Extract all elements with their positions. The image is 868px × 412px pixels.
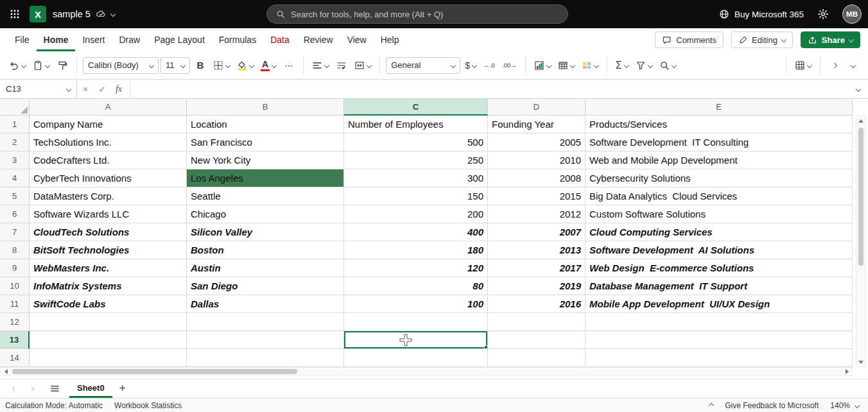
horizontal-scroll-thumb[interactable]	[12, 369, 297, 374]
cell-B6[interactable]: Chicago	[187, 205, 344, 223]
bold-button[interactable]: B	[192, 56, 209, 75]
editing-button[interactable]: Editing	[731, 31, 793, 48]
cell-D10[interactable]: 2019	[488, 277, 586, 295]
column-header-B[interactable]: B	[187, 99, 344, 116]
add-sheet-button[interactable]: +	[112, 379, 133, 398]
merge-cells-button[interactable]	[352, 56, 374, 75]
cell-C9[interactable]: 120	[344, 259, 488, 277]
cell-D9[interactable]: 2017	[488, 259, 586, 277]
cell-D12[interactable]	[488, 313, 586, 331]
ribbon-overflow-button[interactable]	[826, 56, 843, 75]
cell-A4[interactable]: CyberTech Innovations	[30, 169, 187, 187]
currency-button[interactable]: $	[462, 56, 479, 75]
number-format-select[interactable]: General	[386, 57, 460, 74]
menu-help[interactable]: Help	[374, 28, 406, 51]
cell-C12[interactable]	[344, 313, 488, 331]
row-header-10[interactable]: 10	[0, 277, 30, 295]
formula-input[interactable]	[130, 80, 849, 98]
cell-B2[interactable]: San Francisco	[187, 133, 344, 151]
app-launcher-button[interactable]	[0, 0, 30, 28]
comments-button[interactable]: Comments	[655, 31, 724, 48]
cell-D8[interactable]: 2013	[488, 241, 586, 259]
row-header-8[interactable]: 8	[0, 241, 30, 259]
sort-filter-button[interactable]	[633, 56, 655, 75]
all-sheets-button[interactable]	[45, 379, 64, 398]
cell-E13[interactable]	[586, 331, 853, 349]
name-box[interactable]: C13	[0, 80, 77, 98]
format-as-table-button[interactable]	[555, 56, 577, 75]
cell-E7[interactable]: Cloud Computing Services	[586, 223, 853, 241]
menu-file[interactable]: File	[8, 28, 37, 51]
cell-A11[interactable]: SwiftCode Labs	[30, 295, 187, 313]
share-button[interactable]: Share	[801, 31, 860, 48]
menu-insert[interactable]: Insert	[75, 28, 112, 51]
cell-D3[interactable]: 2010	[488, 151, 586, 169]
settings-button[interactable]	[813, 4, 833, 24]
fill-color-button[interactable]	[234, 56, 256, 75]
cell-C14[interactable]	[344, 349, 488, 367]
undo-button[interactable]	[6, 56, 28, 75]
cell-B10[interactable]: San Diego	[187, 277, 344, 295]
cell-E6[interactable]: Custom Software Solutions	[586, 205, 853, 223]
conditional-formatting-button[interactable]	[532, 56, 553, 75]
row-header-5[interactable]: 5	[0, 187, 30, 205]
cell-D2[interactable]: 2005	[488, 133, 586, 151]
row-header-11[interactable]: 11	[0, 295, 30, 313]
font-name-select[interactable]: Calibri (Body)	[83, 57, 159, 74]
cell-D6[interactable]: 2012	[488, 205, 586, 223]
sheet-tab-sheet0[interactable]: Sheet0	[69, 379, 112, 398]
collapse-ribbon-button[interactable]	[845, 56, 862, 75]
cell-E4[interactable]: Cybersecurity Solutions	[586, 169, 853, 187]
row-header-6[interactable]: 6	[0, 205, 30, 223]
menu-page-layout[interactable]: Page Layout	[147, 28, 212, 51]
cell-D11[interactable]: 2016	[488, 295, 586, 313]
cell-E5[interactable]: Big Data Analytics Cloud Services	[586, 187, 853, 205]
cell-E8[interactable]: Software Development AI Solutions	[586, 241, 853, 259]
zoom-level[interactable]: 140%	[830, 401, 850, 410]
cell-C13[interactable]	[344, 331, 488, 349]
insert-function-button[interactable]: fx	[110, 80, 127, 98]
menu-home[interactable]: Home	[37, 28, 76, 51]
horizontal-scroll-track[interactable]	[11, 368, 842, 375]
cell-C7[interactable]: 400	[344, 223, 488, 241]
scroll-left-button[interactable]	[1, 368, 11, 375]
cell-C1[interactable]: Number of Employees	[344, 116, 488, 133]
more-tools-button[interactable]	[792, 56, 814, 75]
excel-logo-icon[interactable]: X	[30, 6, 46, 22]
scroll-down-button[interactable]	[856, 357, 865, 366]
cell-D5[interactable]: 2015	[488, 187, 586, 205]
enter-button[interactable]: ✓	[94, 80, 110, 98]
row-header-2[interactable]: 2	[0, 133, 30, 151]
row-header-13[interactable]: 13	[0, 331, 30, 349]
cell-B11[interactable]: Dallas	[187, 295, 344, 313]
menu-formulas[interactable]: Formulas	[212, 28, 263, 51]
cell-A1[interactable]: Company Name	[30, 116, 187, 133]
cell-E14[interactable]	[586, 349, 853, 367]
cell-C2[interactable]: 500	[344, 133, 488, 151]
cell-D4[interactable]: 2008	[488, 169, 586, 187]
scroll-up-button[interactable]	[856, 116, 865, 125]
alignment-button[interactable]	[309, 56, 331, 75]
cell-E1[interactable]: Products/Services	[586, 116, 853, 133]
decrease-decimal-button[interactable]: ←.0	[481, 56, 498, 75]
cell-D7[interactable]: 2007	[488, 223, 586, 241]
cell-E2[interactable]: Software Development IT Consulting	[586, 133, 853, 151]
calculation-mode[interactable]: Calculation Mode: Automatic	[5, 401, 103, 410]
row-header-3[interactable]: 3	[0, 151, 30, 169]
cell-A12[interactable]	[30, 313, 187, 331]
cell-A9[interactable]: WebMasters Inc.	[30, 259, 187, 277]
menu-view[interactable]: View	[340, 28, 374, 51]
cell-B9[interactable]: Austin	[187, 259, 344, 277]
zoom-control[interactable]: 140%	[830, 401, 859, 410]
row-header-9[interactable]: 9	[0, 259, 30, 277]
column-header-E[interactable]: E	[586, 99, 853, 116]
cell-A6[interactable]: Software Wizards LLC	[30, 205, 187, 223]
document-title-group[interactable]: sample 5	[53, 9, 115, 19]
vertical-scroll-thumb[interactable]	[858, 128, 864, 266]
cell-E9[interactable]: Web Design E-commerce Solutions	[586, 259, 853, 277]
cell-B1[interactable]: Location	[187, 116, 344, 133]
cell-A8[interactable]: BitSoft Technologies	[30, 241, 187, 259]
cell-E3[interactable]: Web and Mobile App Development	[586, 151, 853, 169]
cell-B3[interactable]: New York City	[187, 151, 344, 169]
row-header-14[interactable]: 14	[0, 349, 30, 367]
